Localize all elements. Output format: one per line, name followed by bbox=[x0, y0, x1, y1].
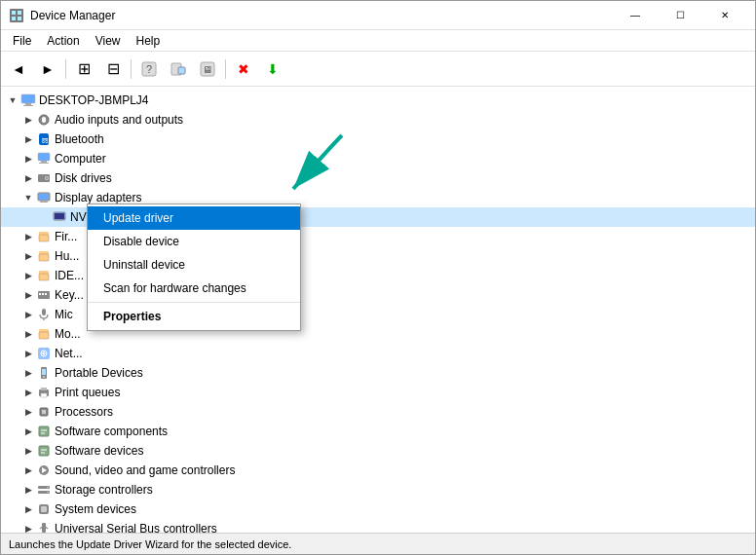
computer-icon bbox=[20, 92, 36, 108]
toolbar-update[interactable]: ⬇ bbox=[259, 56, 286, 83]
bluetooth-toggle[interactable]: ▶ bbox=[20, 131, 36, 147]
hu-label: Hu... bbox=[55, 249, 79, 263]
svg-rect-53 bbox=[41, 388, 47, 390]
tree-system[interactable]: ▶ System devices bbox=[1, 500, 755, 519]
sound-icon bbox=[36, 462, 52, 478]
minimize-button[interactable]: — bbox=[613, 1, 658, 30]
tree-storage[interactable]: ▶ Storage controllers bbox=[1, 480, 755, 500]
status-bar: Launches the Update Driver Wizard for th… bbox=[1, 533, 755, 554]
ctx-disable-device[interactable]: Disable device bbox=[88, 230, 300, 253]
svg-rect-12 bbox=[25, 103, 31, 105]
swdev-toggle[interactable]: ▶ bbox=[20, 443, 36, 459]
portable-label: Portable Devices bbox=[55, 366, 143, 380]
sound-toggle[interactable]: ▶ bbox=[20, 462, 36, 478]
toolbar-scan[interactable]: 🖥 bbox=[194, 56, 221, 83]
svg-rect-20 bbox=[39, 163, 49, 164]
maximize-button[interactable]: ☐ bbox=[658, 1, 702, 30]
tree-portable[interactable]: ▶ Portable Devices bbox=[1, 363, 755, 383]
bluetooth-label: Bluetooth bbox=[55, 132, 104, 146]
sound-label: Sound, video and game controllers bbox=[55, 463, 235, 477]
menu-help[interactable]: Help bbox=[129, 32, 169, 50]
display-label: Display adapters bbox=[55, 191, 141, 204]
svg-rect-19 bbox=[41, 161, 47, 163]
fir-icon bbox=[36, 229, 52, 244]
audio-icon bbox=[36, 112, 52, 128]
key-toggle[interactable]: ▶ bbox=[20, 287, 36, 303]
tree-sound[interactable]: ▶ Sound, video and game controllers bbox=[1, 461, 755, 480]
print-toggle[interactable]: ▶ bbox=[20, 385, 36, 400]
portable-icon bbox=[36, 365, 52, 381]
tree-print[interactable]: ▶ Print queues bbox=[1, 383, 755, 402]
svg-point-23 bbox=[46, 177, 48, 179]
root-toggle[interactable]: ▼ bbox=[5, 92, 20, 108]
toolbar-expand[interactable]: ⊞ bbox=[70, 56, 97, 83]
display-toggle[interactable]: ▼ bbox=[20, 190, 36, 205]
toolbar-help[interactable]: ? bbox=[135, 56, 163, 83]
system-icon bbox=[36, 501, 52, 517]
system-toggle[interactable]: ▶ bbox=[20, 501, 36, 517]
toolbar-sep-2 bbox=[131, 59, 132, 79]
bluetooth-icon: ⯹ bbox=[36, 131, 52, 147]
menu-view[interactable]: View bbox=[88, 32, 129, 50]
ctx-scan-hardware[interactable]: Scan for hardware changes bbox=[88, 277, 300, 300]
window-title: Device Manager bbox=[30, 9, 613, 22]
ctx-uninstall-device[interactable]: Uninstall device bbox=[88, 253, 300, 277]
mo-toggle[interactable]: ▶ bbox=[20, 326, 36, 342]
tree-net[interactable]: ▶ Net... bbox=[1, 344, 755, 363]
svg-rect-29 bbox=[55, 213, 64, 219]
proc-toggle[interactable]: ▶ bbox=[20, 404, 36, 420]
svg-rect-56 bbox=[42, 410, 46, 414]
computer-toggle[interactable]: ▶ bbox=[20, 151, 36, 166]
toolbar-remove[interactable]: ✖ bbox=[230, 56, 257, 83]
toolbar-forward[interactable]: ► bbox=[34, 56, 61, 83]
storage-toggle[interactable]: ▶ bbox=[20, 482, 36, 498]
svg-rect-13 bbox=[23, 105, 33, 106]
menu-action[interactable]: Action bbox=[39, 32, 87, 50]
ctx-update-driver[interactable]: Update driver bbox=[88, 206, 300, 230]
toolbar-collapse[interactable]: ⊟ bbox=[99, 56, 127, 83]
fir-toggle[interactable]: ▶ bbox=[20, 229, 36, 244]
tree-swdev[interactable]: ▶ Software devices bbox=[1, 441, 755, 461]
ide-toggle[interactable]: ▶ bbox=[20, 268, 36, 283]
net-toggle[interactable]: ▶ bbox=[20, 346, 36, 361]
svg-rect-27 bbox=[40, 202, 48, 203]
swdev-label: Software devices bbox=[55, 444, 143, 458]
svg-rect-34 bbox=[39, 254, 49, 261]
print-label: Print queues bbox=[55, 386, 120, 399]
key-label: Key... bbox=[55, 288, 84, 302]
tree-bluetooth[interactable]: ▶ ⯹ Bluetooth bbox=[1, 130, 755, 149]
tree-swcomp[interactable]: ▶ Software components bbox=[1, 422, 755, 441]
key-icon bbox=[36, 287, 52, 303]
storage-icon bbox=[36, 482, 52, 498]
usb-toggle[interactable]: ▶ bbox=[20, 521, 36, 533]
audio-toggle[interactable]: ▶ bbox=[20, 112, 36, 128]
svg-point-68 bbox=[47, 492, 49, 494]
audio-label: Audio inputs and outputs bbox=[55, 113, 183, 127]
swcomp-toggle[interactable]: ▶ bbox=[20, 424, 36, 439]
menu-file[interactable]: File bbox=[5, 32, 39, 50]
svg-rect-54 bbox=[41, 393, 47, 397]
disk-toggle[interactable]: ▶ bbox=[20, 170, 36, 186]
tree-audio[interactable]: ▶ Audio inputs and outputs bbox=[1, 110, 755, 130]
usb-label: Universal Serial Bus controllers bbox=[55, 522, 217, 533]
toolbar-back[interactable]: ◄ bbox=[5, 56, 32, 83]
tree-computer[interactable]: ▶ Computer bbox=[1, 149, 755, 168]
tree-root[interactable]: ▼ DESKTOP-JBMPLJ4 bbox=[1, 91, 755, 110]
ctx-properties[interactable]: Properties bbox=[88, 305, 300, 328]
svg-text:?: ? bbox=[146, 63, 152, 75]
svg-rect-39 bbox=[42, 293, 44, 295]
svg-rect-50 bbox=[42, 369, 46, 375]
tree-proc[interactable]: ▶ Processors bbox=[1, 402, 755, 422]
nvidia-icon bbox=[52, 209, 67, 225]
hu-toggle[interactable]: ▶ bbox=[20, 248, 36, 264]
title-bar: Device Manager — ☐ ✕ bbox=[1, 1, 755, 30]
tree-disk[interactable]: ▶ Disk drives bbox=[1, 168, 755, 188]
svg-point-51 bbox=[43, 376, 45, 378]
portable-toggle[interactable]: ▶ bbox=[20, 365, 36, 381]
tree-usb[interactable]: ▶ Universal Serial Bus controllers bbox=[1, 519, 755, 533]
hu-icon bbox=[36, 248, 52, 264]
toolbar-properties[interactable] bbox=[165, 56, 192, 83]
close-button[interactable]: ✕ bbox=[702, 1, 747, 30]
mic-toggle[interactable]: ▶ bbox=[20, 307, 36, 322]
net-label: Net... bbox=[55, 347, 83, 360]
